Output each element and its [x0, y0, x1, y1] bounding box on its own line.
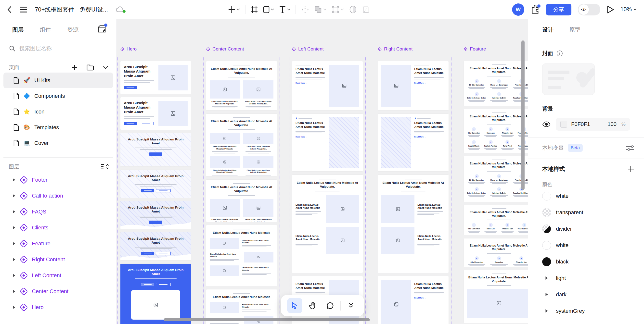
- background-opacity[interactable]: 100: [608, 121, 616, 127]
- layer-item-hero[interactable]: Hero: [4, 299, 113, 315]
- present-button[interactable]: [607, 5, 614, 14]
- layer-item-clients[interactable]: Clients: [4, 220, 113, 236]
- color-swatch[interactable]: [542, 208, 551, 217]
- layer-item-center-content[interactable]: Center Content: [4, 283, 113, 299]
- page-item-cover[interactable]: 💻 Cover: [4, 135, 113, 151]
- color-style-light[interactable]: light: [542, 270, 634, 286]
- expand-caret-icon[interactable]: [12, 305, 20, 309]
- mask-tool[interactable]: [349, 6, 356, 13]
- wireframe-card[interactable]: Etiam Nulla Lectus Amet Nunc MolestieEti…: [206, 225, 277, 286]
- section-label-right-content[interactable]: Right Content: [378, 46, 412, 52]
- wireframe-card[interactable]: Etiam Nulla Lectus Amet Nunc Molestie At…: [464, 109, 528, 153]
- section-frame-center-content[interactable]: Etiam Nulla Lectus Amet Nunc Molestie At…: [203, 56, 280, 324]
- background-color-field[interactable]: F0F0F1 100 %: [556, 118, 630, 131]
- horizontal-scrollbar[interactable]: [164, 318, 370, 321]
- wireframe-card[interactable]: Arcu Suscipit Massa Aliquam Proin Amet: [120, 201, 191, 229]
- frame-tool[interactable]: [251, 6, 258, 13]
- boolean-tool[interactable]: [314, 6, 326, 13]
- expand-caret-icon[interactable]: [12, 226, 20, 230]
- section-frame-feature[interactable]: Etiam Nulla Lectus Amet Nunc Molestie At…: [461, 56, 528, 324]
- wireframe-card[interactable]: Etiam Nulla Lectus Amet Nunc Molestie At…: [464, 205, 528, 235]
- wireframe-card[interactable]: Etiam Nulla Lectus Amet Nunc Molestie At…: [464, 270, 528, 323]
- expand-caret-icon[interactable]: [12, 210, 20, 214]
- layer-item-footer[interactable]: Footer: [4, 172, 113, 188]
- expand-caret-icon[interactable]: [542, 276, 551, 280]
- wireframe-card[interactable]: Etiam Nulla Lectus Amet Nunc Molestie At…: [378, 175, 448, 273]
- color-swatch[interactable]: [542, 225, 551, 233]
- wireframe-card[interactable]: Etiam Nulla Lectus Amet Nunc Molestie At…: [206, 114, 277, 176]
- section-frame-right-content[interactable]: Etiam Nulla Lectus Amet Nunc MolestieRea…: [375, 56, 452, 324]
- cursor-tool[interactable]: [287, 298, 302, 313]
- expand-caret-icon[interactable]: [12, 194, 20, 198]
- tab-design[interactable]: 设计: [542, 26, 554, 33]
- main-menu-icon[interactable]: [20, 6, 28, 13]
- group-selection-tool[interactable]: [332, 6, 344, 13]
- layer-item-right-content[interactable]: Right Content: [4, 252, 113, 267]
- visibility-eye-icon[interactable]: [542, 121, 550, 127]
- folder-icon[interactable]: [86, 64, 94, 71]
- color-style-black[interactable]: black: [542, 253, 634, 270]
- background-swatch[interactable]: [560, 121, 567, 128]
- variables-settings-icon[interactable]: [626, 144, 634, 152]
- dev-mode-toggle[interactable]: </>: [578, 4, 600, 15]
- add-style-icon[interactable]: [627, 166, 634, 173]
- insert-tool[interactable]: [228, 6, 240, 13]
- page-item-ui-kits[interactable]: 🚀 UI Kits: [4, 72, 113, 88]
- cover-thumbnail[interactable]: [542, 63, 595, 95]
- info-icon[interactable]: [556, 50, 563, 57]
- canvas[interactable]: HeroArcu Suscipit Massa Aliquam Proin Am…: [117, 19, 528, 324]
- wireframe-card[interactable]: Etiam Nulla Lectus Amet Nunc Molestie At…: [464, 239, 528, 267]
- section-frame-left-content[interactable]: Etiam Nulla Lectus Amet Nunc MolestieRea…: [289, 56, 366, 324]
- read-more-link[interactable]: Read More →: [296, 136, 326, 138]
- page-item-templates[interactable]: 🎨 Templates: [4, 120, 113, 135]
- read-more-link[interactable]: Read More →: [414, 82, 445, 84]
- expand-caret-icon[interactable]: [12, 258, 20, 262]
- wireframe-card[interactable]: Etiam Nulla Lectus Amet Nunc Molestie At…: [206, 180, 277, 222]
- read-more-link[interactable]: Read More →: [414, 136, 445, 138]
- wireframe-card[interactable]: Arcu Suscipit Massa Aliquam Proin Amet: [120, 170, 191, 198]
- section-label-left-content[interactable]: Left Content: [292, 46, 324, 52]
- plugins-icon[interactable]: [531, 5, 540, 14]
- section-label-hero[interactable]: Hero: [120, 46, 136, 52]
- page-item-icon[interactable]: ⭐ Icon: [4, 104, 113, 120]
- move-tool[interactable]: [301, 6, 309, 13]
- zoom-control[interactable]: 10%: [620, 6, 637, 13]
- layer-search[interactable]: 搜索图层名称: [0, 41, 116, 56]
- tab-resources[interactable]: 资源: [67, 26, 78, 33]
- wireframe-card[interactable]: Arcu Suscipit Massa Aliquam Proin Amet: [120, 264, 191, 324]
- color-swatch[interactable]: [542, 257, 551, 266]
- vertical-scrollbar[interactable]: [522, 40, 524, 190]
- color-swatch[interactable]: [542, 241, 551, 250]
- background-hex[interactable]: F0F0F1: [571, 121, 604, 127]
- expand-caret-icon[interactable]: [12, 178, 20, 182]
- wireframe-card[interactable]: Arcu Suscipit Massa Aliquam Proin Amet: [120, 232, 191, 260]
- color-style-systemGrey[interactable]: systemGrey: [542, 303, 634, 319]
- file-title[interactable]: 70+线框图套件 - 免费UI设...: [35, 6, 108, 13]
- hand-tool[interactable]: [306, 299, 320, 313]
- wireframe-card[interactable]: Arcu Suscipit Massa Aliquam Proin Amet: [120, 61, 191, 94]
- user-avatar[interactable]: W: [512, 3, 524, 16]
- collapse-pages-icon[interactable]: [103, 65, 109, 69]
- layer-item-left-content[interactable]: Left Content: [4, 267, 113, 283]
- wireframe-card[interactable]: Etiam Nulla Lectus Amet Nunc MolestieRea…: [378, 61, 448, 110]
- tab-components[interactable]: 组件: [40, 26, 51, 33]
- back-button[interactable]: [7, 5, 12, 14]
- add-page-icon[interactable]: [71, 64, 78, 71]
- crop-tool[interactable]: [362, 6, 369, 13]
- wireframe-card[interactable]: Arcu Suscipit Massa Aliquam Proin Amet: [120, 133, 191, 166]
- wireframe-card[interactable]: Etiam Nulla Lectus Amet Nunc Molestie At…: [292, 175, 363, 273]
- wireframe-card[interactable]: Arcu Suscipit Massa Aliquam Proin Amet: [120, 97, 191, 130]
- wireframe-card[interactable]: ★Etiam Nulla Lectus Amet Nunc MolestieRe…: [378, 114, 448, 171]
- edit-board-icon[interactable]: [97, 25, 106, 33]
- read-more-link[interactable]: Read More →: [296, 82, 326, 84]
- color-style-white[interactable]: white: [542, 237, 634, 253]
- section-label-feature[interactable]: Feature: [464, 46, 486, 52]
- layer-sort-icon[interactable]: [100, 163, 109, 170]
- wireframe-card[interactable]: Etiam Nulla Lectus Amet Nunc MolestieRea…: [292, 61, 363, 110]
- read-more-link[interactable]: Read More →: [414, 297, 445, 299]
- comment-tool[interactable]: [323, 299, 337, 313]
- expand-caret-icon[interactable]: [12, 290, 20, 293]
- layer-item-faqs[interactable]: FAQS: [4, 204, 113, 220]
- color-style-white[interactable]: white: [542, 188, 634, 204]
- shape-tool[interactable]: [263, 6, 274, 13]
